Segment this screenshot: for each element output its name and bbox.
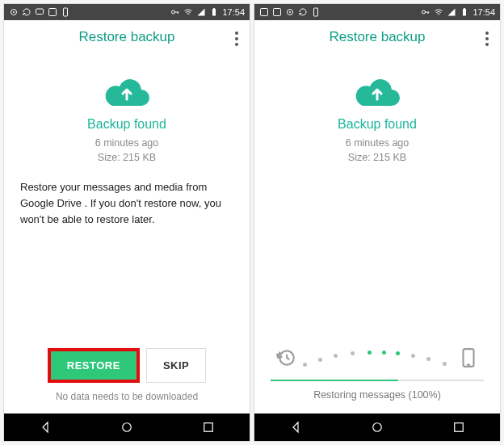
- overflow-menu-icon[interactable]: [482, 28, 492, 49]
- phone-right: 17:54 Restore backup Backup found 6 minu…: [254, 3, 501, 442]
- svg-rect-6: [212, 9, 216, 16]
- svg-rect-17: [464, 8, 465, 9]
- svg-point-8: [123, 423, 132, 432]
- content-area: Backup found 6 minutes ago Size: 215 KB …: [4, 54, 250, 414]
- skip-button[interactable]: SKIP: [146, 348, 206, 383]
- svg-point-1: [13, 11, 15, 13]
- backup-found-label: Backup found: [338, 117, 417, 132]
- status-bar: 17:54: [4, 4, 250, 20]
- image-icon: [259, 7, 269, 17]
- phone-left: 17:54 Restore backup Backup found 6 minu…: [3, 3, 250, 442]
- key-icon: [421, 7, 430, 17]
- restore-button[interactable]: RESTORE: [48, 348, 140, 383]
- svg-rect-10: [261, 9, 268, 16]
- image-icon: [48, 7, 57, 17]
- restore-animation: [271, 347, 484, 368]
- status-icons-left: [259, 7, 321, 17]
- android-nav-bar: [4, 414, 250, 441]
- nav-home-icon[interactable]: [370, 420, 384, 435]
- button-row: RESTORE SKIP: [48, 348, 206, 383]
- refresh-icon: [298, 7, 308, 17]
- svg-rect-9: [204, 423, 213, 432]
- cloud-upload-icon: [101, 73, 153, 109]
- svg-rect-2: [36, 9, 44, 15]
- backup-time: 6 minutes ago: [95, 136, 159, 151]
- cloud-upload-icon: [351, 73, 403, 109]
- svg-rect-22: [455, 423, 464, 432]
- nav-back-icon[interactable]: [38, 420, 52, 435]
- device-icon: [61, 7, 70, 17]
- restore-status-text: Restoring messages (100%): [313, 389, 441, 401]
- app-bar: Restore backup: [4, 20, 250, 54]
- restore-progress-bar: [271, 380, 484, 381]
- status-icons-right: 17:54: [170, 7, 245, 17]
- signal-icon: [447, 7, 456, 17]
- nav-home-icon[interactable]: [120, 420, 134, 435]
- transfer-dots: [300, 347, 455, 368]
- content-area: Backup found 6 minutes ago Size: 215 KB: [254, 54, 500, 414]
- svg-rect-11: [274, 9, 281, 16]
- svg-rect-7: [213, 8, 215, 9]
- status-bar: 17:54: [254, 4, 500, 20]
- restore-description: Restore your messages and media from Goo…: [20, 179, 233, 228]
- svg-point-13: [289, 11, 291, 13]
- backup-meta: 6 minutes ago Size: 215 KB: [346, 136, 410, 165]
- download-footnote: No data needs to be downloaded: [56, 391, 198, 402]
- svg-point-21: [373, 423, 382, 432]
- refresh-icon: [22, 7, 32, 17]
- nav-back-icon[interactable]: [288, 420, 303, 435]
- phone-device-icon: [458, 347, 479, 368]
- battery-icon: [209, 7, 219, 17]
- image-icon: [272, 7, 282, 17]
- backup-size: Size: 215 KB: [95, 151, 159, 166]
- app-bar: Restore backup: [254, 20, 500, 54]
- statusbar-time: 17:54: [472, 7, 495, 17]
- backup-meta: 6 minutes ago Size: 215 KB: [95, 136, 159, 165]
- statusbar-time: 17:54: [222, 7, 245, 17]
- device-icon: [311, 7, 321, 17]
- status-icons-right: 17:54: [421, 7, 495, 17]
- wifi-icon: [183, 7, 193, 17]
- overflow-menu-icon[interactable]: [232, 28, 242, 49]
- signal-icon: [196, 7, 206, 17]
- svg-point-15: [422, 10, 426, 14]
- nav-recent-icon[interactable]: [201, 420, 216, 435]
- svg-rect-14: [314, 8, 318, 16]
- backup-found-label: Backup found: [87, 117, 166, 132]
- history-clock-icon: [275, 347, 296, 368]
- page-title: Restore backup: [329, 29, 425, 45]
- chat-icon: [35, 7, 44, 17]
- svg-rect-4: [64, 8, 68, 16]
- status-icons-left: [9, 7, 70, 17]
- key-icon: [170, 7, 180, 17]
- location-icon: [9, 7, 19, 17]
- svg-rect-3: [49, 9, 57, 16]
- backup-time: 6 minutes ago: [346, 136, 410, 151]
- backup-size: Size: 215 KB: [346, 151, 410, 166]
- nav-recent-icon[interactable]: [452, 420, 466, 435]
- wifi-icon: [434, 7, 443, 17]
- page-title: Restore backup: [78, 29, 174, 45]
- android-nav-bar: [254, 414, 500, 441]
- battery-icon: [460, 7, 469, 17]
- svg-rect-16: [463, 9, 466, 16]
- location-icon: [285, 7, 295, 17]
- svg-point-5: [172, 10, 175, 14]
